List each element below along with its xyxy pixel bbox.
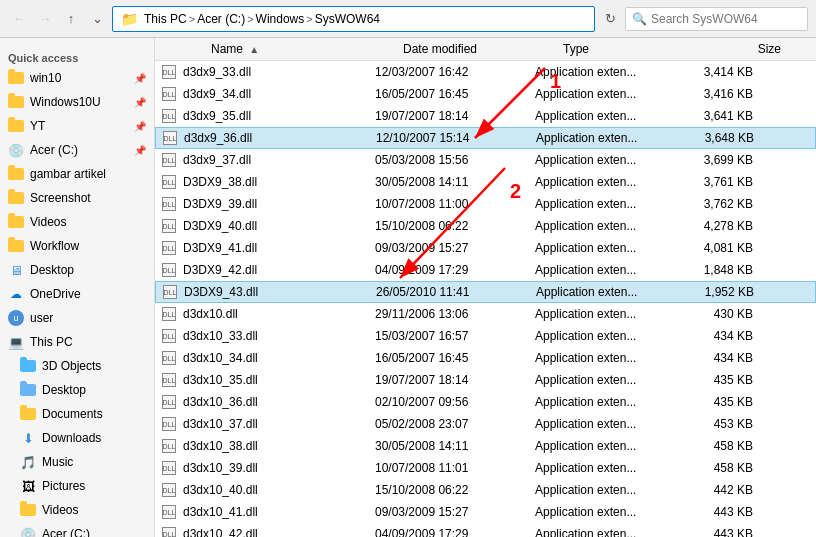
table-row[interactable]: DLL d3dx9_36.dll 12/10/2007 15:14 Applic… [155,127,816,149]
addr-acer-c[interactable]: Acer (C:) [197,12,245,26]
content-area: Name ▲ Date modified Type Size DLL d3dx9… [155,38,816,537]
table-row[interactable]: DLL d3dx10_36.dll 02/10/2007 09:56 Appli… [155,391,816,413]
file-icon: DLL [155,65,183,79]
table-row[interactable]: DLL d3dx10_40.dll 15/10/2008 06:22 Appli… [155,479,816,501]
file-type: Application exten... [535,461,685,475]
back-button[interactable]: ← [8,8,30,30]
table-row[interactable]: DLL d3dx10_41.dll 09/03/2009 15:27 Appli… [155,501,816,523]
file-type: Application exten... [535,263,685,277]
file-size: 3,648 KB [686,131,766,145]
table-row[interactable]: DLL d3dx10.dll 29/11/2006 13:06 Applicat… [155,303,816,325]
table-row[interactable]: DLL d3dx10_35.dll 19/07/2007 18:14 Appli… [155,369,816,391]
sidebar-item-workflow[interactable]: Workflow [0,234,154,258]
sidebar-item-desktop[interactable]: 🖥 Desktop [0,258,154,282]
sidebar-item-yt[interactable]: YT 📌 [0,114,154,138]
addr-windows[interactable]: Windows [256,12,305,26]
sidebar-item-desktop-pc[interactable]: Desktop [0,378,154,402]
addr-this-pc[interactable]: This PC [144,12,187,26]
table-row[interactable]: DLL D3DX9_43.dll 26/05/2010 11:41 Applic… [155,281,816,303]
refresh-button[interactable]: ↻ [599,8,621,30]
sidebar-item-acer-c-quick[interactable]: 💿 Acer (C:) 📌 [0,138,154,162]
thispc-icon: 💻 [8,334,24,350]
sidebar-item-windows10u[interactable]: Windows10U 📌 [0,90,154,114]
file-icon: DLL [156,131,184,145]
search-input[interactable] [651,12,801,26]
file-size: 3,761 KB [685,175,765,189]
table-row[interactable]: DLL D3DX9_41.dll 09/03/2009 15:27 Applic… [155,237,816,259]
onedrive-icon: ☁ [8,286,24,302]
sidebar-item-music[interactable]: 🎵 Music [0,450,154,474]
table-row[interactable]: DLL d3dx10_39.dll 10/07/2008 11:01 Appli… [155,457,816,479]
file-name: d3dx9_35.dll [183,109,375,123]
file-size: 453 KB [685,417,765,431]
sidebar-item-pictures[interactable]: 🖼 Pictures [0,474,154,498]
folder-icon [20,502,36,518]
file-size: 430 KB [685,307,765,321]
header-type[interactable]: Type [563,42,713,56]
table-row[interactable]: DLL d3dx10_37.dll 05/02/2008 23:07 Appli… [155,413,816,435]
header-name[interactable]: Name ▲ [183,42,403,56]
file-icon: DLL [155,241,183,255]
recent-locations-button[interactable]: ⌄ [86,8,108,30]
file-type: Application exten... [535,109,685,123]
table-row[interactable]: DLL d3dx9_37.dll 05/03/2008 15:56 Applic… [155,149,816,171]
table-row[interactable]: DLL D3DX9_42.dll 04/09/2009 17:29 Applic… [155,259,816,281]
sidebar-item-user[interactable]: u user [0,306,154,330]
table-row[interactable]: DLL d3dx10_33.dll 15/03/2007 16:57 Appli… [155,325,816,347]
file-icon: DLL [155,483,183,497]
header-date[interactable]: Date modified [403,42,563,56]
sidebar-item-3d-objects[interactable]: 3D Objects [0,354,154,378]
sidebar-item-videos-pc[interactable]: Videos [0,498,154,522]
table-row[interactable]: DLL D3DX9_38.dll 30/05/2008 14:11 Applic… [155,171,816,193]
table-row[interactable]: DLL d3dx10_34.dll 16/05/2007 16:45 Appli… [155,347,816,369]
file-date: 12/03/2007 16:42 [375,65,535,79]
file-date: 09/03/2009 15:27 [375,241,535,255]
file-size: 1,952 KB [686,285,766,299]
file-type: Application exten... [535,395,685,409]
file-size: 434 KB [685,351,765,365]
main-layout: Quick access win10 📌 Windows10U 📌 YT 📌 💿… [0,38,816,537]
sidebar-item-videos-quick[interactable]: Videos [0,210,154,234]
sidebar-item-win10[interactable]: win10 📌 [0,66,154,90]
sidebar-item-this-pc[interactable]: 💻 This PC [0,330,154,354]
sidebar-item-downloads[interactable]: ⬇ Downloads [0,426,154,450]
file-name: D3DX9_39.dll [183,197,375,211]
sidebar-item-onedrive[interactable]: ☁ OneDrive [0,282,154,306]
up-button[interactable]: ↑ [60,8,82,30]
file-list[interactable]: Name ▲ Date modified Type Size DLL d3dx9… [155,38,816,537]
file-type: Application exten... [535,417,685,431]
file-size: 458 KB [685,461,765,475]
forward-button[interactable]: → [34,8,56,30]
sidebar-item-documents[interactable]: Documents [0,402,154,426]
file-date: 16/05/2007 16:45 [375,87,535,101]
sidebar-item-acer-c[interactable]: 💿 Acer (C:) [0,522,154,537]
address-bar[interactable]: 📁 This PC > Acer (C:) > Windows > SysWOW… [112,6,595,32]
desktop-icon: 🖥 [8,262,24,278]
file-date: 04/09/2009 17:29 [375,263,535,277]
table-row[interactable]: DLL d3dx10_42.dll 04/09/2009 17:29 Appli… [155,523,816,537]
table-row[interactable]: DLL D3DX9_40.dll 15/10/2008 06:22 Applic… [155,215,816,237]
file-type: Application exten... [535,373,685,387]
file-icon: DLL [155,219,183,233]
table-row[interactable]: DLL d3dx9_34.dll 16/05/2007 16:45 Applic… [155,83,816,105]
file-name: D3DX9_43.dll [184,285,376,299]
table-row[interactable]: DLL d3dx9_33.dll 12/03/2007 16:42 Applic… [155,61,816,83]
search-icon: 🔍 [632,12,647,26]
file-icon: DLL [155,175,183,189]
addr-syswow64[interactable]: SysWOW64 [315,12,380,26]
file-icon: DLL [155,153,183,167]
file-type: Application exten... [535,483,685,497]
file-icon: DLL [155,505,183,519]
file-name: d3dx9_36.dll [184,131,376,145]
table-row[interactable]: DLL D3DX9_39.dll 10/07/2008 11:00 Applic… [155,193,816,215]
file-date: 05/02/2008 23:07 [375,417,535,431]
file-size: 3,641 KB [685,109,765,123]
file-name: d3dx10_38.dll [183,439,375,453]
table-row[interactable]: DLL d3dx10_38.dll 30/05/2008 14:11 Appli… [155,435,816,457]
sidebar-item-gambar-artikel[interactable]: gambar artikel [0,162,154,186]
table-row[interactable]: DLL d3dx9_35.dll 19/07/2007 18:14 Applic… [155,105,816,127]
header-size[interactable]: Size [713,42,793,56]
file-date: 29/11/2006 13:06 [375,307,535,321]
sidebar-item-screenshot[interactable]: Screenshot [0,186,154,210]
file-type: Application exten... [535,505,685,519]
